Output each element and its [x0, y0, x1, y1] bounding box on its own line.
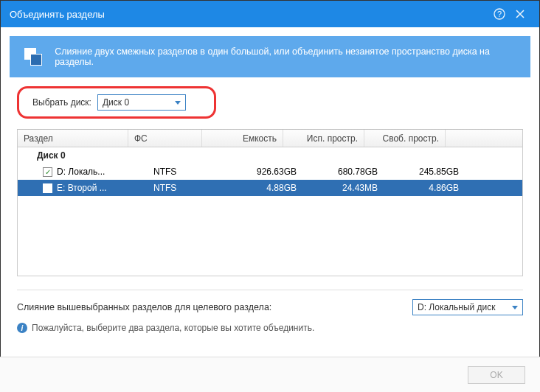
row-cap: 926.63GB [221, 167, 302, 177]
disk-group: Диск 0 [18, 147, 522, 164]
svg-text:?: ? [497, 10, 502, 18]
select-disk-row: Выбрать диск: Диск 0 [17, 86, 216, 119]
row-free: 245.85GB [384, 167, 465, 177]
row-used: 24.43MB [302, 183, 384, 193]
target-combo[interactable]: D: Локальный диск [412, 299, 523, 315]
help-icon[interactable]: ? [489, 4, 510, 24]
close-icon[interactable] [510, 4, 530, 24]
select-disk-combo[interactable]: Диск 0 [97, 94, 186, 111]
chevron-down-icon [512, 306, 518, 309]
col-capacity[interactable]: Емкость [202, 130, 283, 147]
row-fs: NTFS [148, 183, 221, 193]
col-free[interactable]: Своб. простр. [364, 130, 446, 147]
chevron-down-icon [175, 101, 181, 105]
col-name[interactable]: Раздел [18, 130, 128, 147]
table-header: Раздел ФС Емкость Исп. простр. Своб. про… [18, 130, 522, 147]
row-checkbox[interactable] [43, 167, 52, 177]
hint-text: Пожалуйста, выберите два раздела, которы… [32, 323, 314, 333]
banner-text: Слияние двух смежных разделов в один бол… [55, 46, 517, 67]
info-banner: Слияние двух смежных разделов в один бол… [10, 36, 530, 77]
info-icon: i [17, 323, 27, 333]
partition-table: Раздел ФС Емкость Исп. простр. Своб. про… [17, 129, 523, 276]
row-free: 4.86GB [384, 183, 465, 193]
row-label: E: Второй ... [57, 183, 107, 193]
merge-icon [23, 46, 43, 67]
row-fs: NTFS [148, 167, 221, 177]
merge-target-section: Слияние вышевыбранных разделов для целев… [17, 290, 523, 333]
ok-button[interactable]: OK [468, 366, 525, 384]
row-label: D: Локаль... [57, 167, 105, 177]
row-checkbox[interactable] [43, 183, 52, 193]
row-cap: 4.88GB [221, 183, 302, 193]
select-disk-label: Выбрать диск: [32, 97, 91, 108]
titlebar: Объединять разделы ? [1, 1, 539, 27]
table-row[interactable]: D: Локаль... NTFS 926.63GB 680.78GB 245.… [18, 164, 522, 180]
row-used: 680.78GB [302, 167, 384, 177]
col-used[interactable]: Исп. простр. [283, 130, 364, 147]
select-disk-value: Диск 0 [103, 97, 129, 108]
merge-label: Слияние вышевыбранных разделов для целев… [17, 302, 412, 312]
table-row[interactable]: E: Второй ... NTFS 4.88GB 24.43MB 4.86GB [18, 180, 522, 196]
hint-row: i Пожалуйста, выберите два раздела, кото… [17, 323, 523, 333]
target-value: D: Локальный диск [418, 302, 496, 312]
window-title: Объединять разделы [10, 9, 489, 20]
footer: OK [0, 357, 540, 392]
col-fs[interactable]: ФС [128, 130, 202, 147]
